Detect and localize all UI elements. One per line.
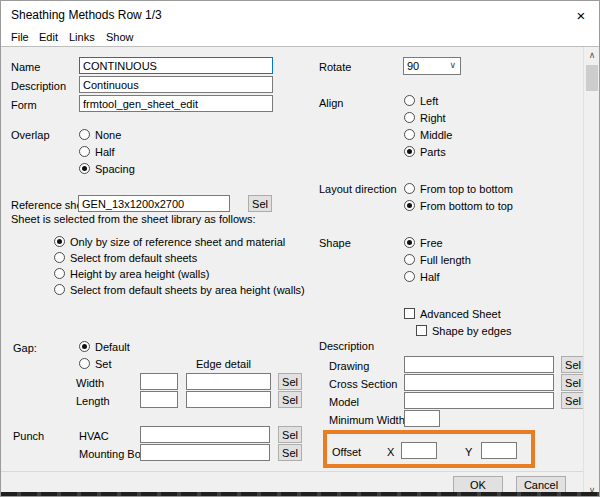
gap-option-set[interactable]: Set — [79, 357, 112, 370]
radio-button — [404, 271, 415, 282]
layout-option-bottom-to-top[interactable]: From bottom to top — [404, 199, 513, 212]
shape-option-free[interactable]: Free — [404, 236, 443, 249]
radio-label: Set — [95, 358, 112, 370]
radio-button — [404, 112, 415, 123]
reference-sheet-sel-button[interactable]: Sel — [248, 195, 272, 212]
radio-label: Height by area height (walls) — [70, 268, 209, 280]
gap-label: Gap: — [13, 342, 37, 354]
model-sel-button[interactable]: Sel — [561, 392, 585, 409]
hvac-sel-button[interactable]: Sel — [278, 426, 302, 443]
gap-width-label: Width — [76, 377, 104, 389]
gap-option-default[interactable]: Default — [79, 340, 130, 353]
radio-label: Only by size of reference sheet and mate… — [70, 236, 285, 248]
drawing-sel-button[interactable]: Sel — [561, 356, 585, 373]
radio-label: Parts — [420, 146, 446, 158]
name-label: Name — [11, 61, 40, 73]
radio-label: Middle — [420, 129, 452, 141]
cross-section-input[interactable] — [404, 374, 554, 391]
offset-label: Offset — [332, 446, 361, 458]
radio-label: Left — [420, 95, 438, 107]
offset-x-label: X — [387, 446, 394, 458]
radio-button — [79, 358, 90, 369]
model-label: Model — [329, 396, 359, 408]
gap-length-sel-button[interactable]: Sel — [278, 391, 302, 408]
radio-label: Half — [95, 146, 115, 158]
radio-label: Half — [420, 271, 440, 283]
align-label: Align — [319, 97, 343, 109]
overlap-option-spacing[interactable]: Spacing — [79, 162, 135, 175]
menu-links[interactable]: Links — [69, 31, 95, 43]
radio-button — [404, 95, 415, 106]
sheet-library-option-height[interactable]: Height by area height (walls) — [54, 267, 209, 280]
chevron-down-icon: ∨ — [449, 60, 456, 70]
title-bar: Sheathing Methods Row 1/3 × — [1, 1, 599, 29]
radio-button — [404, 183, 415, 194]
drawing-label: Drawing — [329, 360, 369, 372]
mounting-box-input[interactable] — [140, 444, 270, 461]
align-option-left[interactable]: Left — [404, 94, 438, 107]
radio-label: Select from default sheets by area heigh… — [70, 284, 305, 296]
description-input[interactable]: Continuous — [79, 76, 273, 93]
vertical-scrollbar[interactable]: ∧ ∨ — [583, 47, 599, 497]
gap-width-sel-button[interactable]: Sel — [278, 373, 302, 390]
close-icon[interactable]: × — [571, 5, 591, 25]
scrollbar-thumb[interactable] — [586, 65, 598, 91]
align-option-parts[interactable]: Parts — [404, 145, 446, 158]
overlap-option-none[interactable]: None — [79, 128, 121, 141]
overlap-option-half[interactable]: Half — [79, 145, 115, 158]
shape-by-edges-checkbox[interactable]: Shape by edges — [416, 324, 512, 337]
form-input[interactable]: frmtool_gen_sheet_edit — [79, 95, 273, 112]
cross-section-label: Cross Section — [329, 378, 397, 390]
form-label: Form — [11, 99, 37, 111]
sheet-library-heading: Sheet is selected from the sheet library… — [11, 213, 256, 225]
checkbox — [416, 325, 427, 336]
advanced-sheet-checkbox[interactable]: Advanced Sheet — [404, 307, 501, 320]
mounting-box-sel-button[interactable]: Sel — [278, 444, 302, 461]
hvac-input[interactable] — [140, 426, 270, 443]
offset-y-input[interactable] — [481, 442, 517, 459]
layout-direction-label: Layout direction — [319, 183, 397, 195]
shape-option-half[interactable]: Half — [404, 270, 440, 283]
radio-button-selected — [404, 200, 415, 211]
align-option-right[interactable]: Right — [404, 111, 446, 124]
menu-show[interactable]: Show — [106, 31, 134, 43]
gap-width-edge-input[interactable] — [186, 373, 271, 390]
gap-length-edge-input[interactable] — [186, 391, 271, 408]
mounting-box-label: Mounting Box — [79, 448, 146, 460]
scrollbar-up-icon[interactable]: ∧ — [584, 47, 600, 63]
punch-label: Punch — [13, 430, 44, 442]
checkbox — [404, 308, 415, 319]
minimum-width-input[interactable] — [404, 410, 440, 427]
shape-label: Shape — [319, 237, 351, 249]
radio-button-selected — [79, 163, 90, 174]
radio-button-selected — [54, 236, 65, 247]
cross-section-sel-button[interactable]: Sel — [561, 374, 585, 391]
description-section-heading: Description — [319, 340, 374, 352]
menu-file[interactable]: File — [11, 31, 29, 43]
sheet-library-option-default[interactable]: Select from default sheets — [54, 251, 197, 264]
shape-option-full-length[interactable]: Full length — [404, 253, 471, 266]
radio-button-selected — [404, 146, 415, 157]
radio-button — [79, 146, 90, 157]
name-input[interactable]: CONTINUOUS — [79, 57, 273, 74]
radio-label: Right — [420, 112, 446, 124]
dialog-window: Sheathing Methods Row 1/3 × File Edit Li… — [0, 0, 600, 497]
rotate-dropdown[interactable]: 90 ∨ — [403, 57, 461, 75]
offset-y-label: Y — [465, 446, 472, 458]
layout-option-top-to-bottom[interactable]: From top to bottom — [404, 182, 513, 195]
align-option-middle[interactable]: Middle — [404, 128, 452, 141]
offset-x-input[interactable] — [401, 442, 437, 459]
sheet-library-option-size[interactable]: Only by size of reference sheet and mate… — [54, 235, 285, 248]
sheet-library-option-default-height[interactable]: Select from default sheets by area heigh… — [54, 283, 305, 296]
model-input[interactable] — [404, 392, 554, 409]
radio-button — [404, 129, 415, 140]
reference-sheet-input[interactable]: GEN_13x1200x2700 — [78, 195, 230, 212]
minimum-width-label: Minimum Width — [329, 414, 405, 426]
radio-label: Spacing — [95, 163, 135, 175]
checkbox-label: Shape by edges — [432, 325, 512, 337]
menu-edit[interactable]: Edit — [39, 31, 58, 43]
gap-length-input[interactable] — [140, 391, 178, 408]
gap-width-input[interactable] — [140, 373, 178, 390]
drawing-input[interactable] — [404, 356, 554, 373]
rotate-value: 90 — [407, 60, 419, 72]
